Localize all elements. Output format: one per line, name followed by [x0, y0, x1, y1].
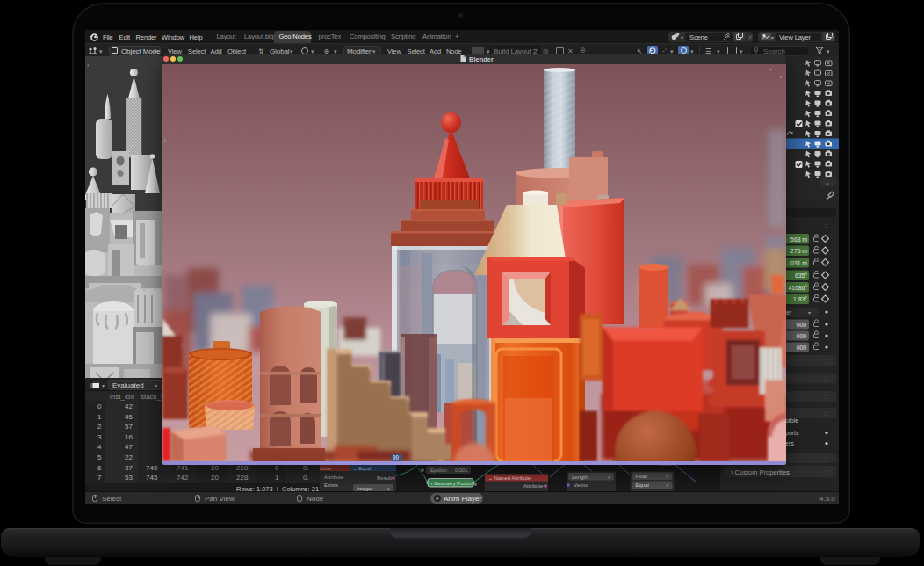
svg-text:⌄ Named Attribute: ⌄ Named Attribute [488, 475, 531, 481]
svg-text:tribute: tribute [320, 466, 331, 471]
svg-text:ers: ers [785, 440, 794, 446]
svg-text:::: :: [825, 410, 828, 417]
svg-text:::: :: [825, 455, 828, 461]
svg-text:⌄: ⌄ [769, 66, 773, 71]
svg-text:Vector: Vector [574, 483, 588, 488]
svg-text:Attribute: Attribute [324, 475, 344, 480]
svg-text:⌄ Equal: ⌄ Equal [353, 466, 371, 471]
svg-text:000: 000 [797, 345, 807, 351]
svg-text:::: :: [825, 394, 828, 400]
svg-text:90: 90 [393, 454, 400, 461]
svg-text:Result: Result [377, 475, 392, 481]
svg-text:▾: ▾ [808, 310, 811, 316]
svg-text:⌄: ⌄ [825, 179, 830, 185]
svg-text:ler: ler [785, 309, 792, 316]
svg-text:Float: Float [636, 474, 648, 479]
svg-text:000: 000 [797, 322, 807, 328]
svg-text:‹: ‹ [780, 74, 782, 79]
svg-text:031 m: 031 m [790, 260, 807, 266]
svg-text:::: :: [825, 358, 828, 364]
svg-text:275 m: 275 m [790, 248, 807, 254]
svg-text:::: :: [825, 222, 828, 229]
svg-text:635°: 635° [795, 272, 807, 279]
svg-text:::: :: [825, 375, 828, 381]
svg-text:Length: Length [572, 475, 588, 480]
svg-text:Exists: Exists [324, 483, 338, 488]
svg-text:1.83°: 1.83° [793, 296, 807, 302]
svg-text:000: 000 [797, 333, 807, 339]
svg-text:ports: ports [785, 430, 799, 437]
svg-text:::: :: [825, 468, 828, 475]
svg-text:Attribute: Attribute [523, 483, 544, 489]
svg-text:0.001: 0.001 [455, 468, 468, 473]
svg-text:› Geometry Proximity: › Geometry Proximity [431, 481, 478, 486]
svg-text:Epsilon: Epsilon [430, 468, 447, 473]
svg-text:41086°: 41086° [788, 285, 807, 291]
svg-text:Equal: Equal [636, 483, 649, 488]
svg-text:563 m: 563 m [790, 236, 807, 243]
svg-text:table: table [785, 417, 798, 424]
svg-text:› Custom Properties: › Custom Properties [731, 468, 790, 476]
svg-text:Integer: Integer [357, 486, 373, 491]
